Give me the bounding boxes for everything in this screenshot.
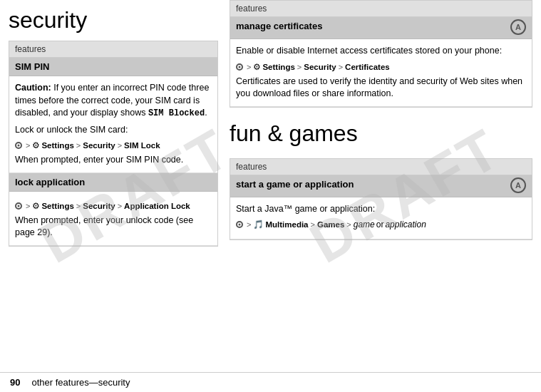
manage-certs-header: manage certificates A [230, 17, 532, 39]
caution-bold: Caution: [15, 83, 51, 93]
multimedia-icon: 🎵 [253, 220, 264, 229]
sim-pin-header: SIM PIN [9, 58, 217, 76]
settings-icon-2: ⚙ [32, 201, 40, 211]
fun-games-title: fun & games [230, 120, 532, 147]
settings-icon-1: ⚙ [32, 140, 40, 150]
nav-arrow-5: > [76, 202, 81, 210]
nav-security-3: Security [304, 63, 336, 71]
game-nav: > 🎵 Multimedia > Games > game or applica… [236, 220, 526, 229]
right-features-header-bottom: features [230, 159, 532, 175]
certs-nav: > ⚙ Settings > Security > Certificates [236, 62, 526, 72]
start-game-icon: A [510, 177, 526, 193]
nav-security-1: Security [83, 141, 115, 150]
page-layout: security features SIM PIN Caution: If yo… [0, 0, 541, 392]
sim-lock-nav: > ⚙ Settings > Security > SIM Lock [15, 140, 212, 150]
nav-settings-2: Settings [41, 202, 73, 210]
settings-icon-3: ⚙ [253, 62, 261, 72]
right-features-header-top: features [230, 1, 532, 17]
left-features-header: features [9, 41, 217, 58]
right-column: features manage certificates A Enable or… [227, 0, 541, 392]
nav-settings-1: Settings [41, 141, 73, 150]
left-features-table: features SIM PIN Caution: If you enter a… [9, 41, 218, 247]
nav-app-lock: Application Lock [124, 202, 190, 210]
manage-certs-text-1: Enable or disable Internet access certif… [236, 45, 526, 58]
nav-multimedia: Multimedia [265, 220, 308, 229]
sim-pin-caution: Caution: If you enter an incorrect PIN c… [15, 82, 212, 120]
start-game-table: features start a game or application A S… [230, 158, 532, 241]
nav-games: Games [317, 220, 344, 229]
manage-certs-label: manage certificates [236, 21, 322, 31]
nav-arrow-2: > [76, 141, 81, 150]
nav-dot-icon-3 [236, 63, 243, 71]
nav-sim-lock: SIM Lock [124, 141, 160, 150]
lock-app-label: lock application [15, 177, 85, 187]
lock-app-content: > ⚙ Settings > Security > Application Lo… [9, 192, 217, 246]
manage-certs-text-2: Certificates are used to verify the iden… [236, 76, 526, 100]
manage-certs-content: Enable or disable Internet access certif… [230, 39, 532, 107]
manage-certs-icon: A [510, 19, 526, 35]
nav-application: application [385, 220, 426, 229]
start-game-label: start a game or application [236, 179, 354, 190]
manage-certs-header-row: manage certificates A [236, 21, 526, 35]
start-game-header-row: start a game or application A [236, 179, 526, 193]
nav-arrow-4: > [26, 202, 30, 210]
nav-dot-icon-2 [15, 202, 22, 210]
nav-security-2: Security [83, 202, 115, 210]
nav-arrow-10: > [247, 220, 251, 229]
app-lock-nav: > ⚙ Settings > Security > Application Lo… [15, 201, 212, 211]
nav-arrow-8: > [297, 63, 302, 71]
nav-dot-icon-4 [236, 221, 243, 228]
nav-settings-3: Settings [262, 63, 294, 71]
nav-or: or [376, 220, 384, 229]
nav-game-or-app: game [354, 220, 375, 229]
lock-app-header: lock application [9, 173, 217, 192]
start-game-text: Start a Java™ game or application: [236, 203, 526, 216]
nav-arrow-9: > [339, 63, 343, 71]
start-game-content: Start a Java™ game or application: > 🎵 M… [230, 197, 532, 240]
nav-dot-icon [15, 142, 22, 149]
page-number: 90 [10, 377, 20, 388]
app-lock-prompt: When prompted, enter your unlock code (s… [15, 215, 212, 239]
page-title: security [9, 7, 218, 33]
sim-blocked-text: SIM Blocked [148, 108, 205, 118]
bottom-label: other features—security [31, 377, 130, 388]
bottom-bar: 90 other features—security [0, 372, 541, 392]
nav-arrow-3: > [118, 141, 122, 150]
sim-pin-label: SIM PIN [15, 61, 49, 72]
nav-arrow-6: > [118, 202, 122, 210]
lock-unlock-text: Lock or unlock the SIM card: [15, 124, 212, 137]
period: . [205, 108, 207, 118]
nav-arrow-11: > [311, 220, 315, 229]
sim-pin-prompt: When prompted, enter your SIM PIN code. [15, 154, 212, 167]
nav-arrow-7: > [247, 63, 251, 71]
manage-certs-table: features manage certificates A Enable or… [230, 0, 532, 108]
sim-pin-content: Caution: If you enter an incorrect PIN c… [9, 76, 217, 173]
nav-arrow-1: > [26, 141, 30, 150]
left-column: security features SIM PIN Caution: If yo… [0, 0, 227, 392]
nav-arrow-12: > [346, 220, 351, 229]
start-game-header: start a game or application A [230, 175, 532, 197]
nav-certificates: Certificates [345, 63, 390, 71]
